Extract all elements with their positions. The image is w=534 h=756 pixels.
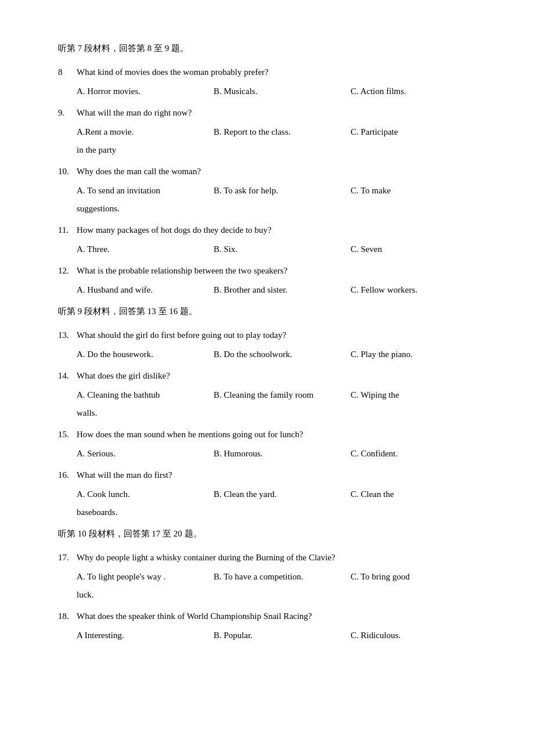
q10-option-c: C. To make [351, 183, 488, 199]
q9-text: What will the man do right now? [77, 105, 488, 121]
question-14: 14. What does the girl dislike? A. Clean… [58, 368, 488, 421]
section10-header: 听第 10 段材料，回答第 17 至 20 题。 [58, 526, 488, 542]
q12-text: What is the probable relationship betwee… [77, 263, 488, 279]
q8-option-c: C. Action films. [351, 84, 488, 99]
q9-number: 9. [58, 105, 74, 121]
q11-option-c: C. Seven [351, 242, 488, 257]
q12-option-a: A. Husband and wife. [77, 282, 214, 298]
q9-continuation: in the party [58, 142, 488, 158]
section7-header-text: 听第 7 段材料，回答第 8 至 9 题。 [58, 44, 189, 53]
q18-option-b: B. Popular. [214, 628, 351, 643]
q13-options: A. Do the housework. B. Do the schoolwor… [58, 347, 488, 362]
q12-option-b: B. Brother and sister. [214, 282, 351, 298]
section9-header-text: 听第 9 段材料，回答第 13 至 16 题。 [58, 307, 197, 316]
q15-number: 15. [58, 427, 74, 442]
q13-option-c: C. Play the piano. [351, 347, 488, 362]
q11-option-b: B. Six. [214, 242, 351, 257]
q10-options: A. To send an invitation B. To ask for h… [58, 183, 488, 199]
q14-text: What does the girl dislike? [77, 368, 488, 384]
question-11: 11. How many packages of hot dogs do the… [58, 222, 488, 257]
q9-option-b: B. Report to the class. [214, 124, 351, 140]
q17-options: A. To light people's way . B. To have a … [58, 569, 488, 585]
section10-header-text: 听第 10 段材料，回答第 17 至 20 题。 [58, 529, 202, 538]
q15-option-c: C. Confident. [351, 446, 488, 462]
q15-text: How does the man sound when he mentions … [77, 427, 488, 442]
q8-number: 8 [58, 64, 74, 80]
q18-option-a: A Interesting. [77, 628, 214, 643]
q18-option-c: C. Ridiculous. [351, 628, 488, 643]
question-12: 12. What is the probable relationship be… [58, 263, 488, 298]
q11-text: How many packages of hot dogs do they de… [77, 222, 488, 238]
q18-number: 18. [58, 609, 74, 624]
q8-text: What kind of movies does the woman proba… [77, 64, 488, 80]
q10-text: Why does the man call the woman? [77, 164, 488, 179]
q13-option-b: B. Do the schoolwork. [214, 347, 351, 362]
q14-number: 14. [58, 368, 74, 384]
q16-option-a: A. Cook lunch. [77, 487, 214, 502]
q11-number: 11. [58, 222, 74, 238]
section7-header: 听第 7 段材料，回答第 8 至 9 题。 [58, 41, 488, 56]
q16-option-c: C. Clean the [351, 487, 488, 502]
q9-option-c: C. Participate [351, 124, 488, 140]
q12-option-c: C. Fellow workers. [351, 282, 488, 298]
q9-options: A.Rent a movie. B. Report to the class. … [58, 124, 488, 140]
q18-text: What does the speaker think of World Cha… [77, 609, 488, 624]
q14-option-b: B. Cleaning the family room [214, 387, 351, 403]
q17-continuation: luck. [58, 587, 488, 603]
q16-continuation: baseboards. [58, 505, 488, 520]
q8-options: A. Horror movies. B. Musicals. C. Action… [58, 84, 488, 99]
q11-option-a: A. Three. [77, 242, 214, 257]
q13-number: 13. [58, 327, 74, 343]
question-15: 15. How does the man sound when he menti… [58, 427, 488, 462]
q10-option-a: A. To send an invitation [77, 183, 214, 199]
question-8: 8 What kind of movies does the woman pro… [58, 64, 488, 99]
question-10: 10. Why does the man call the woman? A. … [58, 164, 488, 217]
question-9: 9. What will the man do right now? A.Ren… [58, 105, 488, 158]
q17-number: 17. [58, 550, 74, 566]
q13-text: What should the girl do first before goi… [77, 327, 488, 343]
q16-text: What will the man do first? [77, 467, 488, 483]
page-content: 听第 7 段材料，回答第 8 至 9 题。 8 What kind of mov… [58, 41, 488, 643]
q17-option-c: C. To bring good [351, 569, 488, 585]
q17-option-b: B. To have a competition. [214, 569, 351, 585]
section9-header: 听第 9 段材料，回答第 13 至 16 题。 [58, 304, 488, 319]
question-16: 16. What will the man do first? A. Cook … [58, 467, 488, 520]
q16-options: A. Cook lunch. B. Clean the yard. C. Cle… [58, 487, 488, 502]
q12-number: 12. [58, 263, 74, 279]
q12-options: A. Husband and wife. B. Brother and sist… [58, 282, 488, 298]
q9-option-a: A.Rent a movie. [77, 124, 214, 140]
q10-continuation: suggestions. [58, 201, 488, 217]
q11-options: A. Three. B. Six. C. Seven [58, 242, 488, 257]
q14-options: A. Cleaning the bathtub B. Cleaning the … [58, 387, 488, 403]
q14-continuation: walls. [58, 405, 488, 421]
q16-option-b: B. Clean the yard. [214, 487, 351, 502]
question-17: 17. Why do people light a whisky contain… [58, 550, 488, 603]
q17-option-a: A. To light people's way . [77, 569, 214, 585]
q17-text: Why do people light a whisky container d… [77, 550, 488, 566]
q18-options: A Interesting. B. Popular. C. Ridiculous… [58, 628, 488, 643]
q10-number: 10. [58, 164, 74, 179]
q14-option-c: C. Wiping the [351, 387, 488, 403]
q13-option-a: A. Do the housework. [77, 347, 214, 362]
q14-option-a: A. Cleaning the bathtub [77, 387, 214, 403]
q15-option-b: B. Humorous. [214, 446, 351, 462]
q15-option-a: A. Serious. [77, 446, 214, 462]
q15-options: A. Serious. B. Humorous. C. Confident. [58, 446, 488, 462]
q8-option-a: A. Horror movies. [77, 84, 214, 99]
q16-number: 16. [58, 467, 74, 483]
q10-option-b: B. To ask for help. [214, 183, 351, 199]
q8-option-b: B. Musicals. [214, 84, 351, 99]
question-18: 18. What does the speaker think of World… [58, 609, 488, 643]
question-13: 13. What should the girl do first before… [58, 327, 488, 362]
